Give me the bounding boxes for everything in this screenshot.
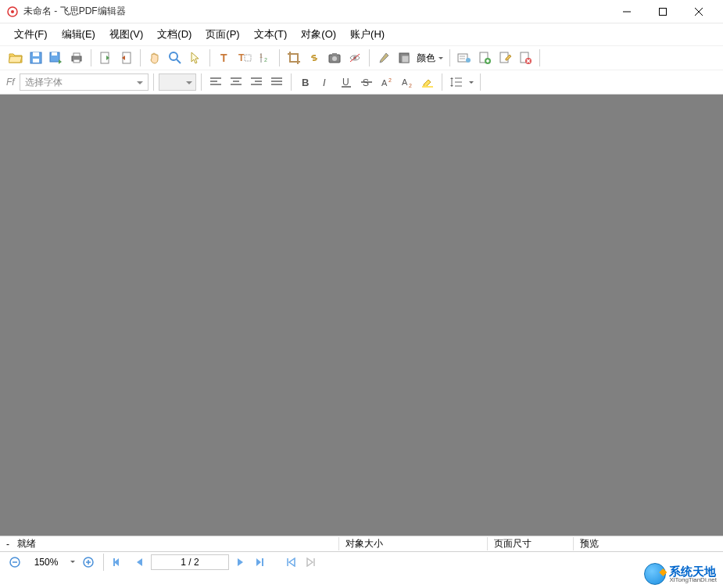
line-spacing-tool-icon[interactable]	[447, 73, 466, 91]
svg-rect-31	[402, 56, 409, 63]
svg-text:2: 2	[264, 57, 267, 63]
spacing-dropdown[interactable]	[467, 79, 475, 86]
nav-back-button[interactable]	[282, 554, 299, 571]
zoom-in-button[interactable]	[80, 554, 97, 571]
svg-line-17	[177, 59, 181, 63]
next-page-button[interactable]	[232, 554, 249, 571]
crop-icon[interactable]	[285, 48, 303, 67]
menu-object[interactable]: 对象(O)	[295, 24, 342, 45]
print-icon[interactable]	[67, 48, 86, 67]
svg-rect-20	[245, 55, 251, 61]
menu-account[interactable]: 账户(H)	[344, 24, 391, 45]
bold-icon[interactable]: B	[296, 73, 315, 91]
align-right-icon[interactable]	[247, 73, 266, 91]
svg-text:A: A	[381, 78, 388, 88]
svg-text:U: U	[342, 77, 349, 88]
separator	[209, 49, 210, 66]
form-field-icon[interactable]	[455, 48, 474, 67]
text-box-icon[interactable]: T	[235, 48, 254, 67]
status-object-size: 对象大小	[339, 537, 488, 550]
page-insert-icon[interactable]	[116, 48, 135, 67]
page-number-input[interactable]: 1 / 2	[151, 554, 229, 570]
document-workspace[interactable]	[0, 94, 723, 536]
align-center-icon[interactable]	[227, 73, 245, 91]
superscript-icon[interactable]: A2	[378, 73, 396, 91]
separator	[480, 74, 481, 91]
nav-forward-button[interactable]	[302, 554, 320, 571]
edit-page-icon[interactable]	[496, 48, 514, 67]
svg-text:T: T	[220, 52, 227, 64]
svg-rect-73	[113, 558, 115, 566]
close-button[interactable]	[681, 0, 717, 23]
menu-text[interactable]: 文本(T)	[248, 24, 294, 45]
zoom-dropdown[interactable]	[69, 558, 77, 565]
link-icon[interactable]	[305, 48, 324, 67]
select-tool-icon[interactable]	[186, 48, 205, 67]
format-toolbar: Ff 选择字体 B I U S A2 A2	[0, 70, 723, 94]
menu-document[interactable]: 文档(D)	[151, 24, 198, 45]
align-left-icon[interactable]	[206, 73, 225, 91]
menu-edit[interactable]: 编辑(E)	[55, 24, 102, 45]
open-icon[interactable]	[6, 48, 25, 67]
maximize-button[interactable]	[645, 0, 681, 23]
subscript-icon[interactable]: A2	[398, 73, 417, 91]
svg-rect-27	[332, 53, 337, 56]
svg-text:T: T	[238, 52, 245, 63]
color-dropdown[interactable]	[437, 55, 445, 62]
minimize-button[interactable]	[609, 0, 645, 23]
svg-text:B: B	[302, 77, 309, 88]
status-ready: 就绪	[11, 537, 339, 550]
page-extract-icon[interactable]	[96, 48, 115, 67]
font-size-select[interactable]	[159, 74, 196, 91]
color-swatch-icon[interactable]	[395, 48, 413, 67]
save-as-icon[interactable]	[47, 48, 66, 67]
font-placeholder: 选择字体	[25, 76, 63, 89]
highlight-icon[interactable]	[418, 73, 437, 91]
globe-icon	[644, 563, 666, 585]
svg-point-1	[11, 10, 14, 13]
delete-page-icon[interactable]	[516, 48, 535, 67]
separator	[91, 49, 91, 66]
status-preview: 预览	[574, 537, 605, 550]
window-title: 未命名 - 飞思PDF编辑器	[23, 5, 126, 18]
prev-page-button[interactable]	[131, 554, 148, 571]
color-label: 颜色	[417, 52, 435, 65]
hand-tool-icon[interactable]	[145, 48, 164, 67]
zoom-out-button[interactable]	[6, 554, 23, 571]
zoom-value: 150%	[27, 557, 66, 568]
redact-icon[interactable]	[345, 48, 364, 67]
separator	[201, 74, 202, 91]
italic-icon[interactable]: I	[317, 73, 335, 91]
separator	[291, 74, 292, 91]
separator	[279, 49, 280, 66]
svg-text:I: I	[323, 77, 326, 88]
align-justify-icon[interactable]	[267, 73, 286, 91]
menu-view[interactable]: 视图(V)	[103, 24, 149, 45]
strikethrough-icon[interactable]: S	[357, 73, 376, 91]
svg-text:2: 2	[388, 77, 392, 83]
main-toolbar: T T 12 颜色	[0, 45, 723, 70]
svg-rect-63	[422, 86, 433, 88]
zoom-tool-icon[interactable]	[166, 48, 184, 67]
underline-icon[interactable]: U	[337, 73, 356, 91]
font-family-select[interactable]: 选择字体	[20, 74, 149, 91]
svg-rect-74	[262, 558, 263, 566]
eyedropper-icon[interactable]	[374, 48, 393, 67]
first-page-button[interactable]	[110, 554, 127, 571]
snapshot-icon[interactable]	[325, 48, 344, 67]
add-page-icon[interactable]	[475, 48, 494, 67]
watermark-cn: 系统天地	[669, 565, 717, 577]
separator	[103, 554, 104, 571]
last-page-button[interactable]	[252, 554, 270, 571]
svg-point-35	[466, 58, 471, 63]
line-spacing-icon[interactable]: 12	[256, 48, 274, 67]
separator	[449, 49, 450, 66]
title-bar: 未命名 - 飞思PDF编辑器	[0, 0, 723, 23]
svg-point-16	[170, 52, 177, 60]
menu-page[interactable]: 页面(P)	[199, 24, 245, 45]
separator	[442, 74, 442, 91]
save-icon[interactable]	[27, 48, 45, 67]
app-icon	[6, 5, 19, 18]
text-tool-icon[interactable]: T	[215, 48, 234, 67]
menu-file[interactable]: 文件(F)	[8, 24, 54, 45]
